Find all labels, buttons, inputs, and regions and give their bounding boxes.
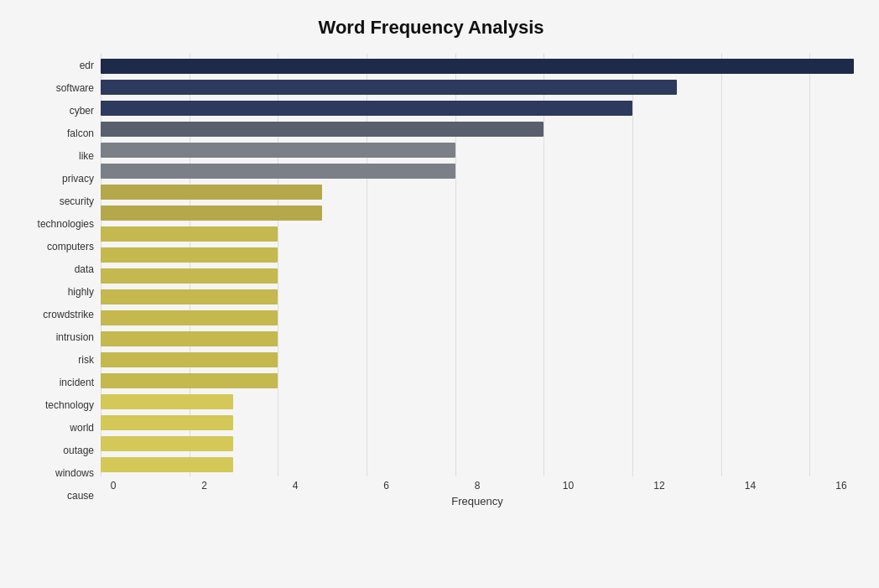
grid-and-bars — [101, 54, 854, 476]
bar — [101, 436, 233, 451]
bar — [101, 268, 278, 284]
bar-row — [101, 372, 854, 390]
y-label: falcon — [67, 124, 94, 143]
bar — [101, 310, 278, 325]
bar-row — [101, 204, 854, 222]
y-label: software — [56, 79, 94, 97]
y-label: risk — [78, 351, 94, 369]
x-tick-label: 0 — [101, 480, 126, 492]
bar-row — [101, 267, 854, 285]
y-label: security — [60, 192, 94, 211]
y-label: cyber — [70, 101, 94, 120]
x-tick-label: 4 — [283, 480, 308, 492]
bar — [101, 143, 455, 158]
x-axis-title: Frequency — [451, 495, 502, 507]
y-label: cause — [67, 487, 94, 505]
x-tick-label: 6 — [374, 480, 399, 492]
y-label: incident — [60, 373, 94, 392]
x-tick-label: 16 — [829, 480, 854, 492]
chart-container: Word Frequency Analysis edrsoftwarecyber… — [0, 0, 879, 588]
bar — [101, 185, 322, 200]
y-axis: edrsoftwarecyberfalconlikeprivacysecurit… — [8, 54, 101, 507]
chart-area: edrsoftwarecyberfalconlikeprivacysecurit… — [8, 54, 854, 507]
x-axis: 0246810121416 — [101, 476, 854, 492]
bar-row — [101, 78, 854, 96]
y-label: technology — [45, 396, 94, 414]
bar — [101, 289, 278, 304]
bar-row — [101, 455, 854, 474]
y-label: edr — [80, 56, 94, 75]
y-label: outage — [63, 441, 94, 460]
bar-row — [101, 246, 854, 264]
x-tick-label: 10 — [556, 480, 581, 492]
bar-row — [101, 225, 854, 243]
bar-row — [101, 183, 854, 201]
bar — [101, 80, 677, 95]
y-label: world — [70, 419, 94, 437]
x-tick-label: 2 — [192, 480, 217, 492]
y-label: technologies — [38, 215, 94, 233]
bars-wrapper — [101, 54, 854, 476]
bar-row — [101, 393, 854, 411]
y-label: data — [75, 260, 94, 278]
y-label: crowdstrike — [43, 305, 94, 324]
bar-row — [101, 434, 854, 453]
bar-row — [101, 141, 854, 159]
x-tick-label: 14 — [738, 480, 763, 492]
bars-and-grid: 0246810121416 Frequency — [101, 54, 854, 507]
bar — [101, 352, 278, 367]
bar-row — [101, 162, 854, 180]
bar — [101, 457, 233, 472]
y-label: intrusion — [56, 328, 94, 346]
bar-row — [101, 57, 854, 75]
bar-row — [101, 414, 854, 432]
bar — [101, 206, 322, 221]
bar — [101, 59, 854, 74]
chart-title: Word Frequency Analysis — [8, 17, 854, 39]
bar — [101, 373, 278, 388]
bar — [101, 122, 544, 137]
y-label: computers — [47, 237, 94, 256]
y-label: like — [79, 147, 94, 165]
bar — [101, 164, 455, 179]
x-tick-label: 8 — [465, 480, 490, 492]
bar — [101, 331, 278, 346]
bar — [101, 415, 233, 430]
bar-row — [101, 120, 854, 138]
bar — [101, 226, 278, 242]
y-label: privacy — [62, 169, 94, 188]
bar-row — [101, 309, 854, 327]
bar — [101, 247, 278, 263]
y-label: windows — [55, 464, 94, 482]
bar-row — [101, 288, 854, 306]
y-label: highly — [68, 283, 94, 301]
bar-row — [101, 330, 854, 348]
bar-row — [101, 351, 854, 369]
bar — [101, 101, 632, 116]
bar — [101, 394, 233, 409]
bar-row — [101, 99, 854, 117]
x-tick-label: 12 — [647, 480, 672, 492]
x-axis-container: 0246810121416 Frequency — [101, 476, 854, 507]
